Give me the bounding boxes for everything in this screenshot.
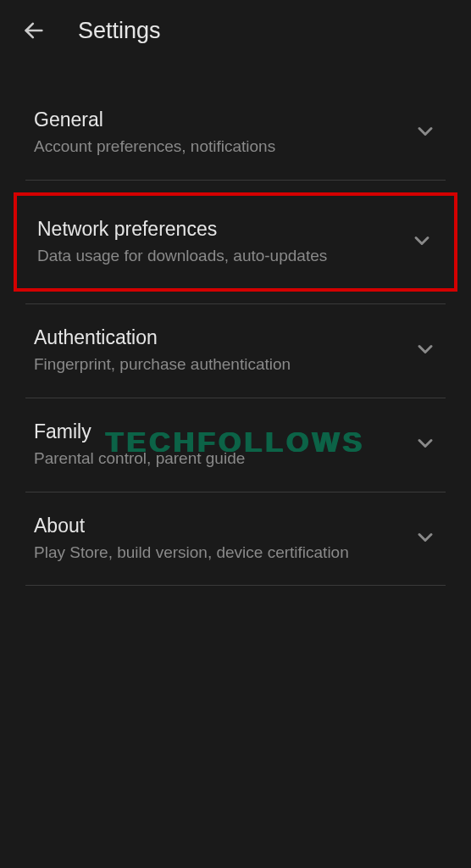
- back-arrow-icon: [22, 19, 46, 42]
- setting-title: About: [34, 515, 405, 537]
- setting-title: Network preferences: [37, 218, 402, 241]
- setting-item-network-preferences[interactable]: Network preferences Data usage for downl…: [14, 192, 457, 292]
- setting-text: Network preferences Data usage for downl…: [37, 218, 402, 267]
- setting-item-general[interactable]: General Account preferences, notificatio…: [0, 86, 471, 180]
- header: Settings: [0, 0, 471, 61]
- chevron-down-icon: [413, 431, 437, 459]
- setting-subtitle: Parental control, parent guide: [34, 448, 405, 470]
- setting-subtitle: Fingerprint, purchase authentication: [34, 354, 405, 376]
- chevron-down-icon: [413, 337, 437, 364]
- setting-text: General Account preferences, notificatio…: [34, 108, 405, 158]
- back-button[interactable]: [19, 15, 49, 46]
- setting-text: About Play Store, build version, device …: [34, 515, 405, 564]
- chevron-down-icon: [413, 120, 437, 147]
- setting-subtitle: Data usage for downloads, auto-updates: [37, 246, 402, 267]
- setting-title: Family: [34, 420, 405, 443]
- divider: [25, 585, 446, 586]
- setting-subtitle: Play Store, build version, device certif…: [34, 542, 405, 564]
- setting-subtitle: Account preferences, notifications: [34, 136, 405, 158]
- setting-title: General: [34, 108, 405, 131]
- settings-list: General Account preferences, notificatio…: [0, 61, 471, 586]
- chevron-down-icon: [410, 229, 434, 256]
- setting-item-authentication[interactable]: Authentication Fingerprint, purchase aut…: [0, 304, 471, 398]
- setting-title: Authentication: [34, 326, 405, 349]
- setting-text: Authentication Fingerprint, purchase aut…: [34, 326, 405, 376]
- page-title: Settings: [78, 18, 161, 44]
- setting-item-about[interactable]: About Play Store, build version, device …: [0, 492, 471, 586]
- highlighted-wrapper: Network preferences Data usage for downl…: [0, 181, 471, 304]
- chevron-down-icon: [413, 526, 437, 553]
- setting-text: Family Parental control, parent guide: [34, 420, 405, 470]
- setting-item-family[interactable]: Family Parental control, parent guide: [0, 398, 471, 492]
